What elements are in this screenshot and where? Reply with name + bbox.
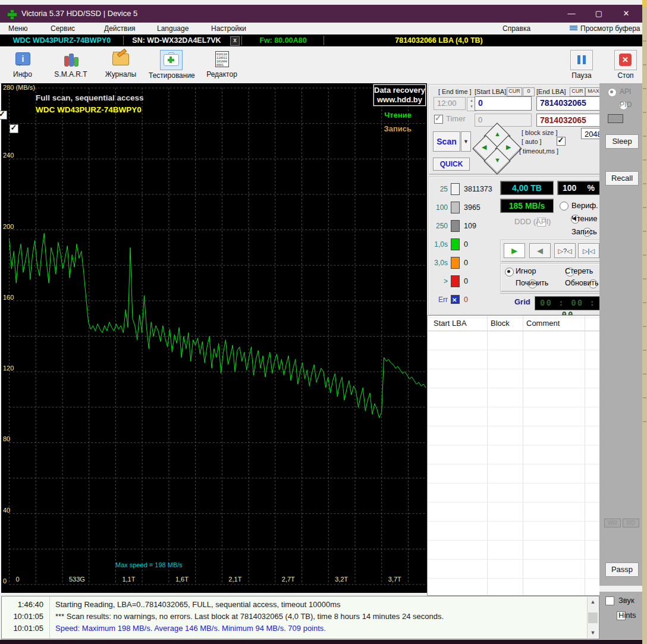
victoria-app-window: Victoria 5.37 HDD/SSD | Device 5 — ▢ ✕ М…	[0, 0, 647, 644]
divider	[500, 293, 601, 294]
info-icon: i	[12, 50, 33, 69]
watermark: Data recovery www.hdd.by	[373, 84, 426, 106]
menu-item-help[interactable]: Справка	[502, 24, 530, 33]
to-end-button[interactable]: ▷|◁	[578, 243, 599, 258]
timer-field[interactable]: 0	[475, 114, 532, 127]
toolbar-stop-button[interactable]: ✕ Стоп	[603, 49, 647, 81]
auto-checkbox[interactable]	[557, 137, 566, 146]
toolbar-editor-button[interactable]: 010110 110011 101000 0001 Редактор	[199, 49, 244, 81]
firstaid-case-icon	[160, 50, 183, 70]
background-window-sliver	[642, 0, 647, 644]
title-bar: Victoria 5.37 HDD/SSD | Device 5 — ▢ ✕	[0, 5, 642, 23]
end-lba2-field[interactable]: 7814032065	[536, 114, 601, 127]
scan-question-button[interactable]: ▷?◁	[554, 243, 576, 258]
right-sidebar: API PIO Sleep Recall WR RD Passp	[599, 83, 642, 586]
window-bottom-border	[0, 639, 647, 644]
sleep-button[interactable]: Sleep	[605, 134, 639, 149]
verify-label: Вериф.	[571, 201, 598, 210]
y-tick-label: 40	[3, 507, 10, 514]
menu-item-menu[interactable]: Меню	[8, 24, 27, 33]
scrollbar-thumb[interactable]	[588, 612, 598, 623]
speed-graph: 280 (MB/s)24020016012080400 0533G1,1T1,6…	[1, 83, 428, 593]
log-row: 10:01:05 Speed: Maximum 198 MB/s. Averag…	[2, 623, 599, 634]
legend-read-checkbox[interactable]	[0, 111, 7, 120]
menu-item-actions[interactable]: Действия	[104, 24, 136, 33]
scan-button[interactable]: Scan	[433, 131, 460, 152]
scan-settings-group: [ End time ] 12:00 ▴▾ [Start LBA] CUR 0 …	[428, 84, 602, 175]
timer-checkbox[interactable]	[434, 115, 443, 124]
toolbar-smart-button[interactable]: S.M.A.R.T	[48, 49, 93, 81]
device-model[interactable]: WDC WD43PURZ-74BWPY0	[2, 34, 121, 46]
end-time-label: [ End time ]	[438, 88, 472, 95]
quick-button[interactable]: QUICK	[433, 158, 470, 171]
minimize-button[interactable]: —	[558, 5, 585, 23]
verify-radio[interactable]	[560, 202, 569, 211]
end-lba-cur-button[interactable]: CUR	[570, 87, 585, 96]
device-close-button[interactable]: x	[230, 36, 240, 46]
toolbar-info-button[interactable]: i Инфо	[0, 49, 45, 81]
device-lba: 7814032066 LBA (4,0 ТВ)	[326, 34, 552, 46]
end-lba-field[interactable]: 7814032065	[536, 96, 601, 111]
legend-write-label: Запись	[384, 124, 412, 134]
defect-action-group: Игнор Стереть Починить Обновить	[500, 263, 602, 292]
start-lba-zero-button[interactable]: 0	[523, 87, 535, 96]
api-radio[interactable]	[608, 88, 617, 97]
read-label: Чтение	[571, 214, 597, 223]
recall-button[interactable]: Recall	[605, 171, 639, 186]
speed-display: 185 MB/s	[500, 199, 554, 213]
swatch-3s	[451, 257, 460, 269]
toolbar-test-button[interactable]: Тестирование	[149, 49, 194, 81]
menu-item-service[interactable]: Сервис	[51, 24, 75, 33]
block-size-label: [ block size ]	[522, 129, 558, 136]
start-lba-field[interactable]: 0	[475, 96, 532, 111]
toolbar-logs-button[interactable]: Журналы	[98, 49, 143, 81]
end-time-spinner[interactable]: 12:00	[434, 97, 466, 110]
ignore-radio[interactable]	[505, 268, 514, 277]
maximize-button[interactable]: ▢	[585, 5, 613, 23]
y-tick-label: 0	[3, 577, 7, 585]
scan-dropdown-button[interactable]: ▼	[461, 131, 471, 152]
reverse-button[interactable]: ◀	[529, 243, 551, 258]
percent-display: 100 %	[557, 181, 600, 195]
hints-label: Hints	[618, 611, 636, 620]
passp-button[interactable]: Passp	[605, 563, 639, 577]
menu-item-view-buffer[interactable]: Просмотр буфера	[580, 24, 640, 33]
log-scrollbar[interactable]: ▲ ▼	[587, 597, 598, 638]
jog-pad[interactable]: ▲ ◀ ▶ ▼	[475, 125, 519, 172]
column-header-start-lba[interactable]: Start LBA	[434, 319, 467, 328]
max-speed-note: Max speed = 198 MB/s	[115, 561, 183, 568]
menu-item-language[interactable]: Language	[157, 24, 189, 33]
window-title: Victoria 5.37 HDD/SSD | Device 5	[21, 9, 137, 18]
jog-left-icon: ◀	[482, 143, 486, 151]
column-header-comment[interactable]: Comment	[526, 319, 560, 328]
rd-button[interactable]: RD	[623, 519, 639, 527]
start-lba-cur-button[interactable]: CUR	[507, 87, 522, 96]
x-tick-label: 2,1T	[228, 576, 241, 583]
menu-item-settings[interactable]: Настройки	[211, 24, 246, 33]
stat-row-err: Err0	[430, 294, 468, 304]
swatch-100	[451, 202, 460, 213]
speed-curve	[1, 83, 427, 593]
scroll-up-icon[interactable]: ▲	[588, 597, 598, 607]
jog-down-icon: ▼	[494, 156, 501, 164]
column-header-block[interactable]: Block	[491, 319, 510, 328]
write-label: Запись	[571, 227, 597, 236]
x-tick-label: 533G	[69, 576, 85, 583]
swatch-1s	[451, 238, 460, 250]
size-display: 4,00 ТВ	[500, 181, 554, 195]
close-button[interactable]: ✕	[613, 5, 640, 23]
legend-write-checkbox[interactable]	[10, 124, 18, 133]
scroll-down-icon[interactable]: ▼	[588, 628, 598, 638]
sound-checkbox[interactable]	[605, 596, 614, 605]
x-tick-label: 3,2T	[335, 576, 348, 583]
wr-button[interactable]: WR	[604, 519, 621, 527]
swatch-25	[451, 183, 460, 195]
toolbar-pause-button[interactable]: Пауза	[559, 49, 604, 81]
app-icon	[6, 8, 17, 19]
transport-group: ▶ ◀ ▷?◁ ▷|◁	[500, 240, 602, 262]
jog-right-icon: ▶	[506, 143, 511, 151]
start-lba-label: [Start LBA]	[475, 88, 506, 95]
device-firmware: Fw: 80.00A80	[244, 34, 322, 46]
play-button[interactable]: ▶	[504, 243, 525, 258]
x-tick-label: 2,7T	[282, 576, 295, 583]
